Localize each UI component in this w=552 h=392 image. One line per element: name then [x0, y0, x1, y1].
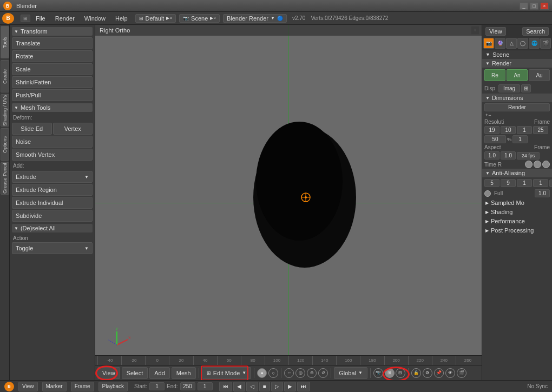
pin-icon[interactable]: 📌 — [434, 368, 444, 378]
frame-step-field[interactable]: 1 — [512, 135, 528, 143]
jump-start-button[interactable]: ⏮ — [219, 382, 232, 391]
prev-frame-button[interactable]: ◀ — [233, 382, 245, 391]
post-processing-section-header[interactable]: Post Processing — [482, 226, 552, 235]
material-prop-icon[interactable]: ◯ — [517, 38, 528, 49]
nav-icon-2[interactable]: ◎ — [295, 368, 305, 378]
next-frame-button[interactable]: ▶ — [284, 382, 296, 391]
slide-ed-button[interactable]: Slide Ed — [12, 123, 52, 135]
res-x-field[interactable]: 19 — [484, 126, 500, 134]
minimize-button[interactable]: _ — [520, 2, 528, 10]
maximize-button[interactable]: □ — [530, 2, 538, 10]
sampled-section-header[interactable]: Sampled Mo — [482, 198, 552, 207]
layer-icon-2[interactable]: ⊟ — [396, 368, 405, 378]
global-button[interactable]: Global ▼ — [334, 367, 367, 379]
tab-tools[interactable]: Tools — [1, 26, 9, 58]
res-pct-field[interactable]: 50 — [484, 135, 506, 143]
render-field-icons[interactable]: +− — [485, 112, 491, 118]
aspect-x-field[interactable]: 1.0 — [484, 151, 500, 160]
render-section-header[interactable]: Render — [482, 59, 552, 68]
render-icon[interactable]: 🎬 — [457, 368, 466, 378]
mesh-prop-icon[interactable]: △ — [506, 38, 517, 49]
extrude-region-button[interactable]: Extrude Region — [12, 184, 93, 196]
render-re-button[interactable]: Re — [484, 69, 505, 81]
vertex-button[interactable]: Vertex — [53, 123, 93, 135]
shading-wire-icon[interactable]: ○ — [268, 368, 278, 378]
frame-start-field[interactable]: 1 — [517, 126, 532, 134]
transform-header[interactable]: Transform — [12, 27, 93, 36]
shading-section-header[interactable]: Shading — [482, 208, 552, 216]
eye-icon[interactable]: 👁 — [445, 368, 455, 378]
mesh-tools-header[interactable]: Mesh Tools — [12, 103, 93, 112]
noise-button[interactable]: Noise — [12, 136, 93, 148]
play-back-button[interactable]: ◁ — [246, 382, 258, 391]
end-val-field[interactable]: 250 — [180, 382, 195, 390]
stop-button[interactable]: ■ — [259, 382, 270, 391]
scale-button[interactable]: Scale — [12, 63, 93, 75]
time-r-dot-1[interactable] — [525, 161, 533, 168]
translate-button[interactable]: Translate — [12, 37, 93, 49]
status-marker-button[interactable]: Marker — [42, 382, 67, 391]
render-field[interactable]: Render — [484, 103, 550, 111]
nav-icon-1[interactable]: ↔ — [284, 368, 294, 378]
current-frame-field[interactable]: 1 — [198, 382, 213, 390]
time-r-dot-2[interactable] — [534, 161, 541, 168]
subdivide-button[interactable]: Subdivide — [12, 210, 93, 222]
right-view-label[interactable]: View — [485, 27, 506, 36]
tab-shading-uvs[interactable]: Shading / UVs — [1, 94, 9, 127]
rotate-button[interactable]: Rotate — [12, 50, 93, 62]
status-frame-button[interactable]: Frame — [71, 382, 94, 391]
aa-full-toggle[interactable] — [484, 190, 491, 197]
performance-section-header[interactable]: Performance — [482, 217, 552, 225]
extrude-dropdown[interactable]: Extrude ▼ — [12, 171, 93, 183]
layout-selector[interactable]: ⊞ Default ▶× — [135, 14, 176, 23]
scene-prop-icon[interactable]: 🎬 — [540, 38, 551, 49]
camera-prop-icon[interactable]: 📷 — [483, 38, 494, 49]
nav-icon-4[interactable]: ↺ — [318, 368, 328, 378]
extrude-individual-button[interactable]: Extrude Individual — [12, 197, 93, 209]
shading-solid-icon[interactable]: ● — [257, 368, 267, 378]
object-prop-icon[interactable]: 🔮 — [495, 38, 505, 49]
jump-end-button[interactable]: ⏭ — [297, 382, 310, 391]
view-button[interactable]: View — [97, 367, 120, 379]
close-button[interactable]: × — [540, 2, 549, 10]
add-button[interactable]: Add — [149, 367, 170, 379]
frame-end-field[interactable]: 25 — [533, 126, 548, 134]
viewport[interactable]: Right Ortho + X Y — [95, 25, 482, 380]
right-search-label[interactable]: Search — [522, 27, 549, 36]
status-playback-button[interactable]: Playback — [98, 382, 128, 391]
edit-mode-button[interactable]: ⊞ Edit Mode ▼ — [202, 367, 251, 379]
menu-render[interactable]: Render — [51, 14, 79, 23]
deselect-header[interactable]: (De)select All — [12, 224, 93, 232]
scene-name[interactable]: ▼ Scene — [482, 50, 552, 59]
imag-button[interactable]: Imag — [498, 84, 520, 92]
aa-val3-field[interactable]: 1 — [517, 179, 532, 187]
status-view-button[interactable]: View — [18, 382, 38, 391]
aa-val4-field[interactable]: 1 — [533, 179, 548, 187]
tab-options[interactable]: Options — [1, 128, 9, 161]
play-forward-button[interactable]: ▷ — [271, 382, 283, 391]
action-dropdown[interactable]: Toggle ▼ — [12, 242, 93, 254]
nav-icon-3[interactable]: ⊕ — [307, 368, 317, 378]
menu-help[interactable]: Help — [111, 14, 132, 23]
aa-filter-field[interactable]: Mitch — [549, 180, 552, 187]
select-button[interactable]: Select — [122, 367, 148, 379]
layer-icon-1[interactable]: ⊞ — [385, 368, 395, 378]
aa-full-val-field[interactable]: 1.0 — [535, 189, 550, 197]
camera-icon[interactable]: 📷 — [373, 368, 383, 378]
aa-val1-field[interactable]: 5 — [484, 179, 500, 187]
engine-selector[interactable]: Blender Render ▼ 🔵 — [223, 14, 287, 23]
smooth-vertex-button[interactable]: Smooth Vertex — [12, 149, 93, 161]
tab-grease-pencil[interactable]: Grease Pencil — [1, 162, 9, 195]
res-y-field[interactable]: 10 — [501, 126, 516, 134]
settings-icon[interactable]: ⚙ — [423, 368, 432, 378]
push-pull-button[interactable]: Push/Pull — [12, 89, 93, 101]
world-prop-icon[interactable]: 🌐 — [529, 38, 540, 49]
time-r-dot-3[interactable] — [542, 161, 550, 168]
dimensions-section-header[interactable]: Dimensions — [482, 94, 552, 102]
disp-icon-button[interactable]: ⊞ — [521, 84, 531, 92]
fps-field[interactable]: 24 fps — [517, 152, 540, 160]
tab-create[interactable]: Create — [1, 60, 9, 92]
lock-icon[interactable]: 🔒 — [411, 368, 421, 378]
render-au-button[interactable]: Au — [529, 69, 550, 81]
aspect-y-field[interactable]: 1.0 — [501, 151, 516, 160]
